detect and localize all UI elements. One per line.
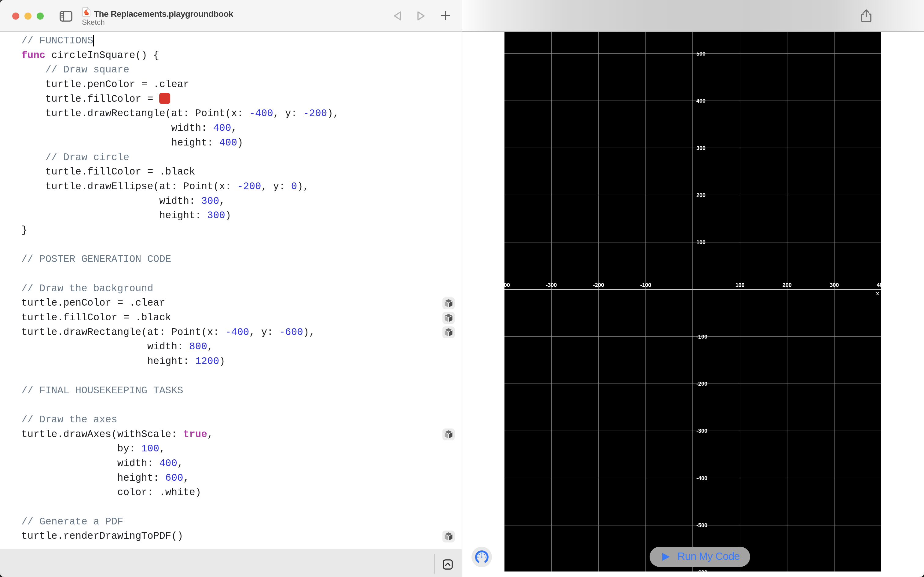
svg-text:-400: -400 [504, 282, 510, 288]
svg-text:400: 400 [877, 282, 881, 288]
svg-text:-200: -200 [593, 282, 604, 288]
svg-text:-100: -100 [640, 282, 651, 288]
svg-text:300: 300 [696, 145, 705, 151]
svg-text:200: 200 [696, 192, 705, 198]
svg-text:-100: -100 [696, 334, 707, 340]
svg-text:100: 100 [736, 282, 745, 288]
svg-text:500: 500 [696, 51, 705, 57]
svg-text:-200: -200 [696, 381, 707, 387]
svg-text:-300: -300 [546, 282, 557, 288]
svg-text:100: 100 [696, 239, 705, 245]
svg-text:-600: -600 [696, 569, 707, 572]
svg-text:400: 400 [696, 98, 705, 104]
svg-text:-400: -400 [696, 475, 707, 481]
svg-text:300: 300 [830, 282, 839, 288]
svg-text:200: 200 [782, 282, 792, 288]
svg-text:-500: -500 [696, 522, 707, 529]
svg-text:x: x [876, 290, 879, 297]
svg-text:-300: -300 [696, 428, 707, 434]
